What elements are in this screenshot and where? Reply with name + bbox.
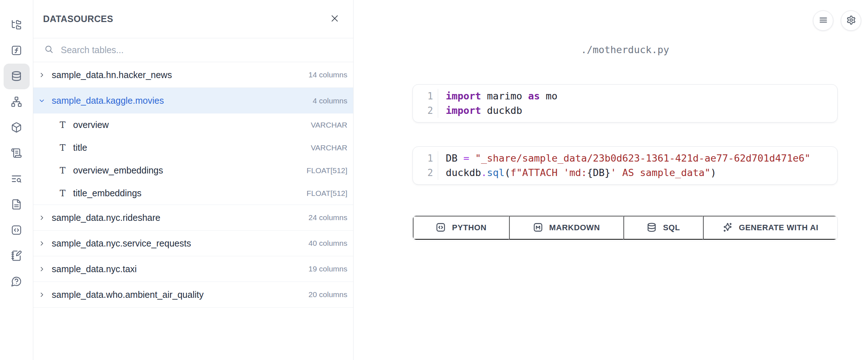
- markdown-square-icon: [533, 222, 543, 233]
- search-icon: [44, 44, 54, 56]
- code-square-icon: [11, 224, 22, 237]
- scroll-text-icon: [11, 147, 22, 160]
- search-tables-input[interactable]: [61, 45, 346, 55]
- column-row[interactable]: Ttitle_embeddingsFLOAT[512]: [33, 182, 353, 205]
- code-editor[interactable]: import marimo as moimport duckdb: [438, 89, 558, 118]
- hamburger-menu-icon: [818, 15, 828, 26]
- code-line: import marimo as mo: [446, 89, 558, 103]
- file-tree-icon: [11, 19, 22, 31]
- add-cell-sql-button[interactable]: SQL: [623, 216, 703, 240]
- box-icon: [11, 122, 22, 134]
- table-row[interactable]: sample_data.nyc.rideshare24 columns: [33, 205, 353, 231]
- table-row[interactable]: sample_data.nyc.taxi19 columns: [33, 256, 353, 282]
- notebook-column: ./motherduck.py 12 import marimo as moim…: [412, 44, 838, 240]
- table-column-count: 14 columns: [309, 70, 347, 79]
- notebook-pen-icon: [11, 250, 22, 262]
- add-cell-generate-with-ai-button[interactable]: GENERATE WITH AI: [703, 216, 837, 240]
- list-search-icon: [11, 173, 22, 185]
- add-cell-python-button[interactable]: PYTHON: [413, 216, 509, 240]
- table-column-count: 24 columns: [309, 213, 347, 222]
- datasources-panel: DATASOURCES sample_data.hn.hacker_news14…: [33, 0, 353, 360]
- sidebar-button-dependencies[interactable]: [4, 89, 30, 115]
- notebook-filename: ./motherduck.py: [412, 44, 838, 56]
- add-cell-button-label: PYTHON: [452, 223, 486, 232]
- code-cell[interactable]: 12 DB = "_share/sample_data/23b0d623-136…: [412, 146, 838, 185]
- column-name: title: [73, 142, 87, 153]
- table-name: sample_data.nyc.rideshare: [52, 213, 160, 223]
- table-column-count: 4 columns: [313, 97, 347, 105]
- column-name: title_embeddings: [73, 188, 141, 198]
- text-type-icon: T: [60, 121, 65, 129]
- column-name: overview: [73, 120, 109, 130]
- chevron-right-icon: [39, 72, 45, 78]
- table-column-count: 20 columns: [309, 290, 347, 299]
- chevron-right-icon: [39, 215, 45, 221]
- close-icon: [330, 14, 339, 24]
- table-columns-block: ToverviewVARCHARTtitleVARCHARToverview_e…: [33, 113, 353, 205]
- sidebar-button-datasources[interactable]: [4, 64, 30, 89]
- search-tables-row: [33, 38, 353, 62]
- column-row[interactable]: Toverview_embeddingsFLOAT[512]: [33, 159, 353, 182]
- line-number-gutter: 12: [413, 89, 438, 118]
- table-row[interactable]: sample_data.hn.hacker_news14 columns: [33, 62, 353, 88]
- code-square-icon: [436, 222, 446, 233]
- chevron-down-icon: [39, 98, 45, 104]
- code-editor[interactable]: DB = "_share/sample_data/23b0d623-1361-4…: [438, 151, 810, 180]
- panel-title: DATASOURCES: [43, 14, 113, 24]
- table-name: sample_data.hn.hacker_news: [52, 70, 172, 80]
- sparkles-icon: [723, 222, 733, 233]
- sidebar-button-documentation[interactable]: [4, 192, 30, 218]
- table-column-count: 40 columns: [309, 239, 347, 248]
- database-icon: [11, 70, 22, 83]
- close-panel-button[interactable]: [330, 14, 339, 24]
- notebook-menu-button[interactable]: [813, 10, 833, 31]
- column-type: FLOAT[512]: [306, 166, 347, 175]
- line-number-gutter: 12: [413, 151, 438, 180]
- icon-sidebar: [0, 0, 33, 360]
- sidebar-button-logs[interactable]: [4, 166, 30, 192]
- table-name: sample_data.nyc.taxi: [52, 264, 137, 274]
- column-row[interactable]: ToverviewVARCHAR: [33, 113, 353, 136]
- column-name: overview_embeddings: [73, 165, 163, 176]
- add-cell-button-label: SQL: [663, 223, 680, 232]
- table-column-count: 19 columns: [309, 265, 347, 273]
- message-question-icon: [11, 276, 22, 288]
- network-icon: [11, 96, 22, 108]
- table-row[interactable]: sample_data.nyc.service_requests40 colum…: [33, 231, 353, 256]
- add-cell-toolbar: PYTHONMARKDOWNSQLGENERATE WITH AI: [412, 215, 838, 240]
- table-row[interactable]: sample_data.kaggle.movies4 columns: [33, 88, 353, 113]
- sidebar-button-snippets[interactable]: [4, 218, 30, 243]
- line-number: 1: [427, 89, 433, 103]
- line-number: 2: [427, 166, 433, 180]
- text-type-icon: T: [60, 143, 65, 152]
- line-number: 1: [427, 151, 433, 166]
- sidebar-button-variables[interactable]: [4, 38, 30, 64]
- table-row[interactable]: sample_data.who.ambient_air_quality20 co…: [33, 282, 353, 308]
- top-actions: [813, 10, 861, 31]
- database-icon: [647, 222, 657, 233]
- column-row[interactable]: TtitleVARCHAR: [33, 136, 353, 159]
- column-type: VARCHAR: [311, 143, 347, 152]
- datasource-table-list: sample_data.hn.hacker_news14 columnssamp…: [33, 62, 353, 360]
- sidebar-button-chat[interactable]: [4, 269, 30, 295]
- table-name: sample_data.who.ambient_air_quality: [52, 290, 204, 300]
- sidebar-button-files[interactable]: [4, 12, 30, 38]
- chevron-right-icon: [39, 266, 45, 272]
- sidebar-button-scratchpad[interactable]: [4, 243, 30, 269]
- text-type-icon: T: [60, 166, 65, 175]
- code-line: duckdb.sql(f"ATTACH 'md:{DB}' AS sample_…: [446, 166, 810, 180]
- add-cell-markdown-button[interactable]: MARKDOWN: [509, 216, 623, 240]
- chevron-right-icon: [39, 240, 45, 247]
- settings-button[interactable]: [841, 10, 861, 31]
- datasources-panel-header: DATASOURCES: [33, 0, 353, 38]
- sidebar-button-outline[interactable]: [4, 141, 30, 166]
- add-cell-button-label: GENERATE WITH AI: [739, 223, 818, 232]
- file-text-icon: [11, 199, 22, 211]
- table-name: sample_data.nyc.service_requests: [52, 238, 191, 249]
- code-cell[interactable]: 12 import marimo as moimport duckdb: [412, 84, 838, 123]
- sidebar-button-packages[interactable]: [4, 115, 30, 141]
- column-type: VARCHAR: [311, 121, 347, 129]
- line-number: 2: [427, 103, 433, 118]
- table-name: sample_data.kaggle.movies: [52, 95, 164, 106]
- text-type-icon: T: [60, 189, 65, 198]
